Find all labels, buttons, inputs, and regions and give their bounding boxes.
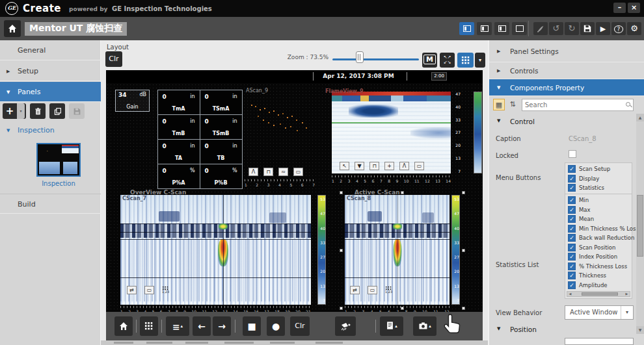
menu-button-option[interactable]: ✓Scan Setup (568, 165, 632, 173)
layout-left-button[interactable] (477, 22, 492, 35)
selection-handle[interactable] (340, 249, 343, 252)
save-button[interactable] (580, 22, 595, 35)
cscan-cursor-line[interactable] (223, 195, 224, 305)
view-behavior-dropdown[interactable]: Active Window ▾ (565, 305, 634, 320)
add-panel-button[interactable]: + ▾ (3, 103, 26, 119)
previous-button[interactable]: ← (193, 316, 211, 336)
selection-handle[interactable] (462, 191, 465, 194)
sidebar-item-general[interactable]: General (0, 40, 101, 60)
chevron-down-icon[interactable]: ▾ (621, 306, 633, 319)
duplicate-panel-button[interactable] (49, 103, 65, 119)
checkbox-checked[interactable]: ✓ (568, 262, 576, 270)
document-title[interactable]: Mentor UT 腐蚀扫查 (25, 22, 127, 36)
overview-cscan-plot[interactable]: CScan_7 ⇄ ▭ 1,23 (120, 195, 311, 305)
peak-icon[interactable]: Λ (248, 168, 258, 176)
gate-icon[interactable]: ⊓ (263, 168, 273, 176)
next-button[interactable]: → (213, 316, 231, 336)
selection-handle[interactable] (340, 307, 343, 310)
probe-button[interactable] (335, 316, 356, 336)
undo-button[interactable]: ↺ (549, 22, 563, 35)
menu-list-button[interactable]: ≡▴ (166, 316, 189, 336)
crosshair-icon[interactable]: + (384, 162, 394, 170)
caption-value[interactable]: CScan_8 (569, 135, 597, 142)
monitor-icon[interactable]: ▭ (293, 168, 303, 176)
flameview-view[interactable]: FlameView_9 ↖ ▼ ⊓ + Λ ▭ 4 (319, 86, 483, 190)
peak-icon[interactable]: Λ (399, 162, 409, 170)
locked-checkbox-unchecked[interactable] (569, 150, 576, 158)
camera-button[interactable]: ▴ (413, 316, 436, 336)
section-controls[interactable]: ▶ Controls (489, 62, 644, 79)
scroll-left-icon[interactable]: ◀ (567, 292, 573, 296)
layout-single-button[interactable] (459, 22, 474, 35)
checkbox-checked[interactable]: ✓ (568, 253, 576, 261)
selection-handle[interactable] (401, 307, 404, 310)
statistics-option[interactable]: ✓Min (568, 196, 632, 204)
statistics-option[interactable]: ✓Scan Position (568, 244, 632, 251)
categorized-view-button[interactable]: ▦ (493, 99, 505, 110)
help-button[interactable]: ? (611, 22, 626, 35)
cscan-cursor-line[interactable] (397, 195, 398, 305)
menu-button-option[interactable]: ✓Statistics (568, 184, 632, 192)
control-section-header[interactable]: ▼ Control (489, 116, 636, 129)
cursor-icon[interactable]: ↖ (340, 162, 349, 170)
checkbox-checked[interactable]: ✓ (568, 215, 576, 223)
statistics-option[interactable]: ✓Max (568, 206, 632, 214)
scroll-right-icon[interactable]: ▶ (624, 292, 630, 296)
measurement-cell[interactable]: 0inTSmA (200, 90, 243, 115)
cone-icon[interactable]: ▼ (355, 162, 364, 170)
save-panel-button[interactable] (69, 103, 85, 119)
close-button[interactable]: × (628, 3, 640, 13)
sidebar-item-panels[interactable]: ▼ Panels (0, 82, 101, 102)
style-brush-button[interactable] (533, 22, 548, 35)
monitor-icon[interactable]: ▭ (368, 286, 377, 294)
grid-options-button[interactable]: ▾ (475, 53, 485, 68)
property-search[interactable] (522, 99, 634, 111)
checkbox-checked[interactable]: ✓ (568, 165, 576, 173)
gate-icon[interactable]: ⊓ (369, 162, 379, 170)
checkbox-checked[interactable]: ✓ (568, 184, 576, 192)
selection-handle[interactable] (340, 191, 343, 194)
checkbox-checked[interactable]: ✓ (568, 244, 576, 251)
flameview-plot[interactable]: ↖ ▼ ⊓ + Λ ▭ (332, 92, 451, 173)
checkbox-checked[interactable]: ✓ (568, 225, 576, 233)
monitor-icon[interactable]: ▭ (144, 286, 154, 294)
scroll-down-icon[interactable]: ▼ (636, 326, 644, 334)
report-button[interactable]: ▴ (380, 316, 403, 336)
screen-home-button[interactable] (114, 316, 133, 336)
statistics-option[interactable]: ✓Index Position (568, 253, 632, 261)
hscroll-thumb[interactable] (582, 292, 618, 296)
record-button[interactable]: ● (267, 316, 285, 336)
redo-button[interactable]: ↻ (565, 22, 579, 35)
gain-readout[interactable]: 34dB Gain (115, 90, 150, 112)
clear-layout-button[interactable]: Clr (105, 51, 122, 67)
measurement-cell[interactable]: 0inTA (157, 139, 200, 164)
statistics-option[interactable]: ✓Min Thickness % Loss (568, 225, 632, 233)
section-components-property[interactable]: ▼ Components Property (489, 79, 644, 96)
statistics-option[interactable]: ✓Mean (568, 215, 632, 223)
sidebar-item-build[interactable]: Build (0, 194, 101, 214)
screen-grid-button[interactable] (140, 316, 158, 336)
selection-handle[interactable] (462, 307, 465, 310)
chevron-down-icon[interactable]: ▾ (17, 103, 25, 119)
statistics-option[interactable]: ✓% Thickness Loss (568, 262, 632, 270)
stop-button[interactable]: ■ (243, 316, 261, 336)
position-field-partial[interactable] (565, 338, 634, 345)
checkbox-checked[interactable]: ✓ (568, 281, 576, 289)
sidebar-item-setup[interactable]: ▶ Setup (0, 61, 101, 81)
position-section-header[interactable]: ▼ Position (489, 324, 636, 337)
search-input[interactable] (525, 100, 621, 110)
measurement-cell[interactable]: 0%P%A (157, 164, 200, 189)
home-button[interactable] (4, 20, 21, 37)
fullscreen-button[interactable]: ↖↗ ↙↘ (440, 53, 455, 68)
measurement-cell[interactable]: 0inTmA (157, 90, 200, 115)
selection-handle[interactable] (462, 249, 465, 252)
selection-handle[interactable] (401, 191, 404, 194)
snap-grid-button[interactable] (457, 53, 474, 68)
loop-icon[interactable]: ⇄ (127, 286, 137, 294)
minimize-button[interactable]: – (613, 3, 626, 13)
play-button[interactable]: ▶ (596, 22, 610, 35)
checkbox-checked[interactable]: ✓ (568, 175, 576, 183)
checkbox-checked[interactable]: ✓ (568, 272, 576, 279)
panel-vscrollbar[interactable]: ▲ ▼ (636, 114, 644, 334)
measurement-cell[interactable]: 0%P%B (200, 164, 243, 189)
